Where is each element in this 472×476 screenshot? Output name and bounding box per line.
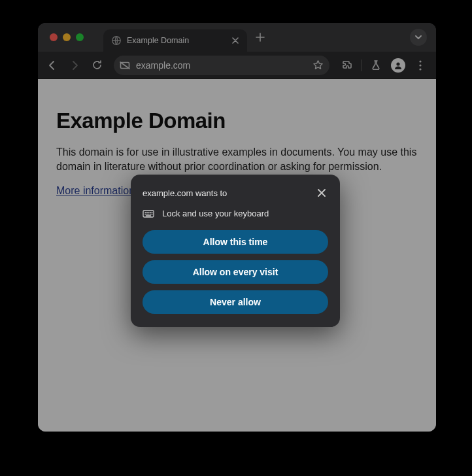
allow-always-button[interactable]: Allow on every visit [143, 260, 328, 284]
dialog-header: example.com wants to [143, 186, 328, 199]
permission-label: Lock and use your keyboard [162, 209, 269, 218]
dialog-close-button[interactable] [315, 186, 328, 199]
never-allow-button[interactable]: Never allow [143, 290, 328, 314]
allow-once-button[interactable]: Allow this time [143, 230, 328, 254]
keyboard-icon [143, 209, 154, 218]
permission-row: Lock and use your keyboard [143, 209, 328, 218]
permission-dialog: example.com wants to Lock and use your k… [131, 175, 340, 327]
dialog-title: example.com wants to [143, 188, 227, 198]
